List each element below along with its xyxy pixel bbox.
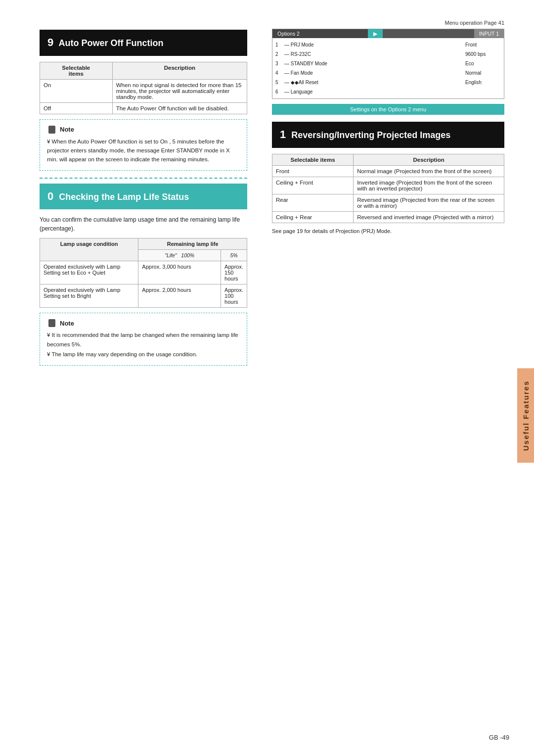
section-1-title: Reversing/Inverting Projected Images xyxy=(291,130,450,140)
opt-item-6: — Language xyxy=(284,87,461,96)
lamp-row2-val2: Approx. 100 hours xyxy=(221,284,247,308)
page-number: GB -49 xyxy=(489,734,509,741)
opt-item-5: — ◆◆All Reset xyxy=(284,78,461,87)
section-1-header: 1 Reversing/Inverting Projected Images xyxy=(272,122,504,148)
opt-item-2: — RS-232C xyxy=(284,49,461,59)
table-row: Operated exclusively with Lamp Setting s… xyxy=(40,284,247,308)
left-column: 9 Auto Power Off Function Selectableitem… xyxy=(0,0,262,756)
options-menu-screenshot: Options 2 ▶ INPUT 1 1 2 3 4 5 6 xyxy=(272,29,504,99)
s1-row4-desc: Reversed and inverted image (Projected w… xyxy=(354,211,504,223)
options-menu-values: Front 9600 bps Eco Normal English xyxy=(461,40,501,96)
s1-col2-header: Description xyxy=(354,154,504,165)
table-row: Ceiling + Rear Reversed and inverted ima… xyxy=(272,211,504,223)
s1-row4-item: Ceiling + Rear xyxy=(272,211,354,223)
note-text: ¥ When the Auto Power Off function is se… xyxy=(47,137,240,164)
section-separator xyxy=(40,178,247,179)
options-menu-col-options: Options 2 xyxy=(272,29,368,38)
options-menu-caption: Settings on the Options 2 menu xyxy=(272,104,504,115)
table-row: Off The Auto Power Off function will be … xyxy=(40,102,247,114)
section-9-col2-header: Description xyxy=(112,62,247,79)
section-9-row1-item: On xyxy=(40,79,113,102)
section-9-note: Note ¥ When the Auto Power Off function … xyxy=(40,119,247,171)
section-0-title: Checking the Lamp Life Status xyxy=(59,192,189,202)
options-menu-numbers: 1 2 3 4 5 6 xyxy=(275,40,284,96)
section-1-num: 1 xyxy=(280,128,286,141)
options-menu-header: Options 2 ▶ INPUT 1 xyxy=(272,29,504,38)
lamp-row2-condition: Operated exclusively with Lamp Setting s… xyxy=(40,284,138,308)
useful-features-tab-label: Useful Features xyxy=(522,380,530,451)
note-icon xyxy=(47,125,57,135)
options-menu-col-arrow: ▶ xyxy=(368,29,383,38)
section-0-header: 0 Checking the Lamp Life Status xyxy=(40,184,247,210)
opt-val-6: English xyxy=(465,78,501,87)
opt-item-1: — PRJ Mode xyxy=(284,40,461,49)
opt-num-4: 4 xyxy=(275,68,284,78)
options-menu-col-blank xyxy=(383,29,474,38)
menu-op-ref: Menu operation Page 41 xyxy=(272,20,504,26)
note-icon-2 xyxy=(47,318,57,328)
lamp-row2-val1: Approx. 2,000 hours xyxy=(138,284,221,308)
table-row: Front Normal image (Projected from the f… xyxy=(272,165,504,177)
lamp-col2-header: Remaining lamp life xyxy=(138,238,247,250)
table-row: Rear Reversed image (Projected from the … xyxy=(272,194,504,211)
opt-num-1: 1 xyxy=(275,40,284,49)
note-label: Note xyxy=(60,126,74,133)
section-9-col1-header: Selectableitems xyxy=(40,62,113,79)
table-row: Ceiling + Front Inverted image (Projecte… xyxy=(272,177,504,194)
lamp-col1-header: Lamp usage condition xyxy=(40,238,138,261)
page-content: 9 Auto Power Off Function Selectableitem… xyxy=(0,0,534,756)
section-0-note: Note ¥ It is recommended that the lamp b… xyxy=(40,313,247,365)
right-col-inner: Menu operation Page 41 Options 2 ▶ INPUT… xyxy=(272,20,524,234)
opt-item-3: — STANDBY Mode xyxy=(284,59,461,68)
note-label-2: Note xyxy=(60,320,74,327)
section-0: 0 Checking the Lamp Life Status You can … xyxy=(40,184,247,366)
note-text-2: ¥ It is recommended that the lamp be cha… xyxy=(47,331,240,359)
section-9-header: 9 Auto Power Off Function xyxy=(40,30,247,56)
section-0-num: 0 xyxy=(47,190,53,202)
lamp-subheader-life: "Life" 100% xyxy=(138,250,221,261)
useful-features-tab: Useful Features xyxy=(517,369,534,463)
opt-val-2: 9600 bps xyxy=(465,49,501,59)
opt-val-3: Eco xyxy=(465,59,501,68)
opt-item-4: — Fan Mode xyxy=(284,68,461,78)
table-row: Operated exclusively with Lamp Setting s… xyxy=(40,261,247,284)
section-9-title: Auto Power Off Function xyxy=(59,38,164,48)
options-menu-body: 1 2 3 4 5 6 — PRJ Mode — RS-232C — STAND… xyxy=(272,38,504,98)
opt-num-6: 6 xyxy=(275,87,284,96)
section-9-num: 9 xyxy=(47,36,53,48)
opt-num-2: 2 xyxy=(275,49,284,59)
lamp-row1-val1: Approx. 3,000 hours xyxy=(138,261,221,284)
s1-row2-item: Ceiling + Front xyxy=(272,177,354,194)
note-bullet-2: ¥ The lamp life may vary depending on th… xyxy=(47,350,240,359)
section-9-row2-item: Off xyxy=(40,102,113,114)
section-1: 1 Reversing/Inverting Projected Images S… xyxy=(272,122,504,234)
right-column: Menu operation Page 41 Options 2 ▶ INPUT… xyxy=(262,0,534,756)
s1-row3-desc: Reversed image (Projected from the rear … xyxy=(354,194,504,211)
see-page-note: See page 19 for details of Projection (P… xyxy=(272,228,504,234)
lamp-row1-val2: Approx. 150 hours xyxy=(221,261,247,284)
note-bullet-1: ¥ It is recommended that the lamp be cha… xyxy=(47,331,240,349)
s1-row2-desc: Inverted image (Projected from the front… xyxy=(354,177,504,194)
note-title-2: Note xyxy=(47,318,240,328)
section-9-row2-desc: The Auto Power Off function will be disa… xyxy=(112,102,247,114)
s1-col1-header: Selectable items xyxy=(272,154,354,165)
section-9-table: Selectableitems Description On When no i… xyxy=(40,62,247,114)
options-menu-items: — PRJ Mode — RS-232C — STANDBY Mode — Fa… xyxy=(284,40,461,96)
opt-val-1: Front xyxy=(465,40,501,49)
lamp-subheader-5pct: 5% xyxy=(221,250,247,261)
note-title: Note xyxy=(47,125,240,135)
s1-row1-item: Front xyxy=(272,165,354,177)
section-0-description: You can confirm the cumulative lamp usag… xyxy=(40,215,247,233)
s1-row1-desc: Normal image (Projected from the front o… xyxy=(354,165,504,177)
section-9-row1-desc: When no input signal is detected for mor… xyxy=(112,79,247,102)
opt-val-4: Normal xyxy=(465,68,501,78)
table-row: On When no input signal is detected for … xyxy=(40,79,247,102)
section-1-table: Selectable items Description Front Norma… xyxy=(272,154,504,223)
opt-num-5: 5 xyxy=(275,78,284,87)
lamp-table: Lamp usage condition Remaining lamp life… xyxy=(40,238,247,308)
note-bullet-1: ¥ When the Auto Power Off function is se… xyxy=(47,137,240,164)
section-9: 9 Auto Power Off Function Selectableitem… xyxy=(40,30,247,171)
options-menu-col-input: INPUT 1 xyxy=(474,29,504,38)
s1-row3-item: Rear xyxy=(272,194,354,211)
opt-num-3: 3 xyxy=(275,59,284,68)
